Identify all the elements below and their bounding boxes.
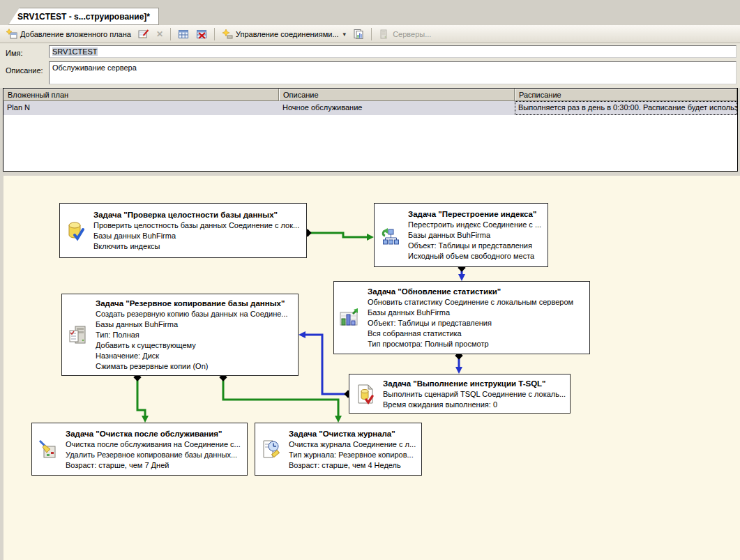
- task-title: Задача "Очистка после обслуживания": [66, 428, 241, 439]
- chevron-down-icon[interactable]: ▾: [343, 31, 347, 38]
- task-detail: Включить индексы: [93, 241, 299, 252]
- task-detail: Обновить статистику Соединение с локальн…: [368, 297, 573, 308]
- task-title: Задача "Очистка журнала": [289, 428, 416, 439]
- connector-backup-to-history[interactable]: [219, 373, 342, 423]
- task-detail: Очистка журнала Соединение с л...: [289, 439, 416, 450]
- remove-schedule-icon: [196, 29, 207, 40]
- plan-properties-form: Имя: SRV1CTEST Описание: Обслуживание се…: [0, 43, 740, 88]
- task-execute-tsql[interactable]: Задача "Выполнение инструкции T-SQL" Вып…: [349, 374, 571, 414]
- cleanup-brush-icon: [36, 438, 60, 460]
- subplan-schedule-button[interactable]: [176, 27, 191, 42]
- task-title: Задача "Выполнение инструкции T-SQL": [383, 378, 566, 389]
- delete-icon: ✕: [156, 30, 163, 38]
- edit-subplan-icon: [138, 29, 149, 40]
- plan-description-value: Обслуживание сервера: [52, 63, 137, 72]
- database-check-icon: [64, 220, 88, 242]
- task-history-cleanup[interactable]: Задача "Очистка журнала" Очистка журнала…: [255, 423, 422, 476]
- edit-subplan-button[interactable]: [136, 27, 151, 42]
- task-detail: Тип: Полная: [96, 330, 288, 340]
- task-rebuild-index[interactable]: Задача "Перестроение индекса" Перестроит…: [374, 203, 548, 267]
- task-detail: Создать резервную копию базы данных на С…: [96, 309, 288, 319]
- toolbar-separator: [214, 28, 215, 40]
- document-tab[interactable]: SRV1CTEST - s...струирование]*: [8, 8, 159, 25]
- reporting-button[interactable]: [351, 27, 366, 42]
- servers-label: Серверы...: [393, 30, 431, 38]
- task-detail: Базы данных BuhFirma: [96, 319, 288, 330]
- task-title: Задача "Обновление статистики": [368, 286, 573, 297]
- column-header-schedule[interactable]: Расписание: [515, 89, 737, 101]
- task-detail: Базы данных BuhFirma: [408, 230, 541, 241]
- task-detail: Возраст: старше, чем 4 Недель: [289, 460, 416, 471]
- statistics-chart-icon: [338, 307, 362, 329]
- manage-connections-label: Управление соединениями...: [236, 30, 339, 38]
- manage-connections-icon: [222, 29, 233, 40]
- task-title: Задача "Проверка целостности базы данных…: [93, 209, 299, 220]
- subplan-schedule-cell[interactable]: Выполняется раз в день в 0:30:00. Распис…: [515, 101, 737, 115]
- connector-checkdb-to-rebuild[interactable]: [303, 229, 374, 241]
- task-update-statistics[interactable]: Задача "Обновление статистики" Обновить …: [333, 281, 590, 354]
- toolbar-separator: [371, 28, 372, 40]
- task-detail: Вся собранная статистика: [368, 328, 573, 339]
- description-label: Описание:: [6, 66, 43, 75]
- backup-database-icon: [66, 324, 90, 346]
- task-detail: Тип журнала: Резервное копиров...: [289, 450, 416, 460]
- report-icon: [353, 29, 364, 40]
- tab-strip: SRV1CTEST - s...струирование]*: [0, 0, 740, 25]
- table-row[interactable]: Plan N Ночное обслуживание Выполняется р…: [3, 101, 737, 115]
- task-detail: Выполнить сценарий TSQL Соединение с лок…: [383, 389, 566, 400]
- task-detail: Время ожидания выполнения: 0: [383, 400, 566, 410]
- task-detail: Тип просмотра: Полный просмотр: [368, 339, 573, 349]
- toolbar: Добавление вложенного плана ✕ Управление…: [0, 25, 740, 43]
- tsql-script-icon: [354, 383, 377, 405]
- task-maintenance-cleanup[interactable]: Задача "Очистка после обслуживания" Очис…: [31, 423, 248, 476]
- task-detail: Исходный объем свободного места: [408, 251, 541, 262]
- task-detail: Перестроить индекс Соединение с ...: [408, 220, 541, 230]
- column-header-description[interactable]: Описание: [279, 89, 515, 101]
- task-check-database-integrity[interactable]: Задача "Проверка целостности базы данных…: [59, 203, 307, 258]
- remove-schedule-button[interactable]: [194, 27, 209, 42]
- servers-button[interactable]: Серверы...: [377, 27, 433, 42]
- plan-name-value: SRV1CTEST: [52, 47, 98, 56]
- subplan-table-header: Вложенный план Описание Расписание: [3, 89, 737, 101]
- task-title: Задача "Резервное копирование базы данны…: [96, 298, 288, 309]
- task-detail: Базы данных BuhFirma: [368, 308, 573, 318]
- add-subplan-icon: [6, 29, 17, 40]
- document-tab-title: SRV1CTEST - s...струирование]*: [17, 12, 150, 22]
- maintenance-plan-designer[interactable]: Задача "Проверка целостности базы данных…: [3, 176, 740, 560]
- plan-description-input[interactable]: Обслуживание сервера: [49, 61, 737, 84]
- connector-backup-to-cleanup[interactable]: [133, 373, 149, 423]
- task-title: Задача "Перестроение индекса": [408, 209, 541, 220]
- history-cleanup-icon: [259, 438, 283, 460]
- servers-icon: [379, 29, 390, 40]
- add-subplan-label: Добавление вложенного плана: [20, 30, 131, 38]
- task-detail: Очистка после обслуживания на Соединение…: [66, 439, 241, 450]
- connector-stats-to-tsql[interactable]: [455, 351, 462, 374]
- task-detail: Базы данных BuhFirma: [93, 231, 299, 241]
- task-detail: Возраст: старше, чем 7 Дней: [66, 460, 241, 471]
- subplan-description-cell[interactable]: Ночное обслуживание: [279, 101, 515, 115]
- delete-subplan-button[interactable]: ✕: [154, 27, 165, 42]
- add-subplan-button[interactable]: Добавление вложенного плана: [4, 27, 133, 42]
- task-detail: Удалить Резервное копирование базы данны…: [66, 450, 241, 460]
- task-detail: Объект: Таблицы и представления: [408, 241, 541, 251]
- rebuild-index-icon: [379, 224, 402, 246]
- task-detail: Объект: Таблицы и представления: [368, 318, 573, 328]
- subplan-name-cell[interactable]: Plan N: [3, 101, 279, 115]
- task-detail: Сжимать резервные копии (On): [96, 361, 288, 372]
- plan-name-input[interactable]: SRV1CTEST: [49, 45, 737, 58]
- task-detail: Добавить к существующему: [96, 340, 288, 351]
- name-label: Имя:: [6, 49, 22, 57]
- task-detail: Назначение: Диск: [96, 351, 288, 361]
- column-header-subplan[interactable]: Вложенный план: [3, 89, 279, 101]
- schedule-grid-icon: [178, 29, 189, 40]
- task-backup-database[interactable]: Задача "Резервное копирование базы данны…: [61, 294, 299, 376]
- subplan-table: Вложенный план Описание Расписание Plan …: [3, 88, 738, 172]
- manage-connections-button[interactable]: Управление соединениями... ▾: [220, 27, 348, 42]
- toolbar-separator: [170, 28, 171, 40]
- task-detail: Проверить целостность базы данных Соедин…: [93, 220, 299, 231]
